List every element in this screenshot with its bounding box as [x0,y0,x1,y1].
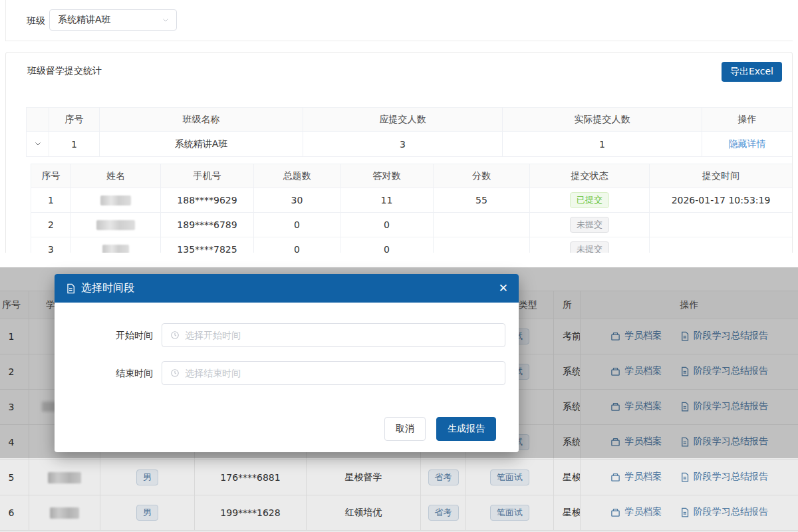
type-badge: 笔面试 [490,505,529,521]
filter-bar: 班级 系统精讲A班 [0,0,798,41]
document-icon [680,507,690,517]
gender-badge: 男 [136,469,158,485]
table-row: 5 男 176****6881 星梭督学 省考 笔面试 星梭 学员档案 阶段学习… [0,460,798,495]
student-archive-link[interactable]: 学员档案 [610,400,662,412]
class-select[interactable]: 系统精讲A班 [49,9,177,31]
class-filter-label: 班级 [27,0,45,41]
clock-icon [170,331,180,340]
stage-report-link[interactable]: 阶段学习总结报告 [680,471,768,483]
document-icon [680,402,690,412]
summary-actual: 1 [503,132,702,157]
export-excel-button[interactable]: 导出Excel [722,62,782,82]
end-time-input[interactable] [162,361,505,385]
document-icon [680,366,690,376]
student-archive-link[interactable]: 学员档案 [610,436,662,448]
class-select-value: 系统精讲A班 [58,14,162,26]
modal-title: 选择时间段 [81,281,134,295]
panel-title: 班级督学提交统计 [27,65,102,77]
redacted-name [102,245,129,253]
gender-badge: 男 [136,505,158,521]
col-total: 总题数 [254,164,340,188]
start-time-input[interactable] [162,323,505,347]
col-action: 操作 [702,108,793,132]
archive-icon [610,507,620,517]
summary-header-row: 序号 班级名称 应提交人数 实际提交人数 操作 [27,108,793,132]
table-row: 3 135****7825 0 0 未提交 [31,237,793,253]
student-archive-link[interactable]: 学员档案 [610,330,662,342]
redacted-name [48,472,81,483]
chevron-down-icon [34,140,42,148]
status-badge: 未提交 [570,217,609,233]
archive-icon [610,437,620,447]
time-range-modal: 选择时间段 ✕ 开始时间 结束时间 取消 生成报告 [55,274,519,452]
exam-badge: 省考 [428,469,459,485]
document-icon [65,283,76,294]
summary-class-name: 系统精讲A班 [100,132,303,157]
document-icon [680,472,690,482]
document-icon [680,331,690,341]
col-expected: 应提交人数 [303,108,503,132]
stage-report-link[interactable]: 阶段学习总结报告 [680,506,768,518]
col-class-name: 班级名称 [100,108,303,132]
table-row: 1 188****9629 30 11 55 已提交 2026-01-17 10… [31,188,793,213]
col-no: 序号 [0,291,29,319]
col-time: 提交时间 [650,164,793,188]
document-icon [680,437,690,447]
col-no: 序号 [49,108,100,132]
clock-icon [170,368,180,378]
student-archive-link[interactable]: 学员档案 [610,506,662,518]
student-archive-link[interactable]: 学员档案 [610,471,662,483]
col-action: 操作 [581,291,798,319]
col-status: 提交状态 [530,164,650,188]
end-time-field[interactable] [185,368,497,378]
archive-icon [610,472,620,482]
cancel-button[interactable]: 取消 [384,417,426,441]
summary-expected: 3 [303,132,503,157]
student-list-section: 序号 学员姓名 类型 所 操作 1 笔面试 考前 [0,267,798,532]
stage-report-link[interactable]: 阶段学习总结报告 [680,365,768,377]
col-org: 所 [554,291,581,319]
detail-header-row: 序号 姓名 手机号 总题数 答对数 分数 提交状态 提交时间 [31,164,793,188]
stage-report-link[interactable]: 阶段学习总结报告 [680,330,768,342]
archive-icon [610,366,620,376]
student-archive-link[interactable]: 学员档案 [610,365,662,377]
col-score: 分数 [434,164,530,188]
col-no: 序号 [31,164,71,188]
redacted-name [100,196,131,205]
redacted-name [96,220,135,230]
hide-details-link[interactable]: 隐藏详情 [729,138,766,149]
summary-table: 序号 班级名称 应提交人数 实际提交人数 操作 1 系统精讲A班 3 1 隐藏详… [26,107,793,157]
close-icon[interactable]: ✕ [499,283,508,294]
chevron-down-icon [162,16,170,24]
status-badge: 已提交 [570,192,609,208]
col-actual: 实际提交人数 [503,108,702,132]
generate-report-button[interactable]: 生成报告 [436,417,496,441]
divider [5,41,793,41]
stage-report-link[interactable]: 阶段学习总结报告 [680,400,768,412]
col-name: 姓名 [71,164,161,188]
type-badge: 笔面试 [490,469,529,485]
status-badge: 未提交 [570,241,609,253]
archive-icon [610,402,620,412]
expand-header [27,108,49,132]
table-row: 6 男 199****1628 红领培优 省考 笔面试 星梭 学员档案 阶段学习… [0,495,798,531]
modal-header: 选择时间段 ✕ [55,274,519,303]
col-correct: 答对数 [340,164,434,188]
expand-row-toggle[interactable] [27,132,49,157]
redacted-name [50,507,79,519]
archive-icon [610,331,620,341]
detail-table: 序号 姓名 手机号 总题数 答对数 分数 提交状态 提交时间 1 188****… [31,164,793,253]
end-time-label: 结束时间 [112,361,153,385]
start-time-field[interactable] [185,330,497,340]
table-row: 2 189****6789 0 0 未提交 [31,213,793,237]
col-phone: 手机号 [161,164,254,188]
exam-badge: 省考 [428,505,459,521]
summary-row: 1 系统精讲A班 3 1 隐藏详情 [27,132,793,157]
start-time-label: 开始时间 [112,323,153,347]
class-stats-panel: 班级督学提交统计 导出Excel 序号 班级名称 应提交人数 实际提交人数 操作… [5,52,793,253]
stage-report-link[interactable]: 阶段学习总结报告 [680,436,768,448]
summary-no: 1 [49,132,100,157]
